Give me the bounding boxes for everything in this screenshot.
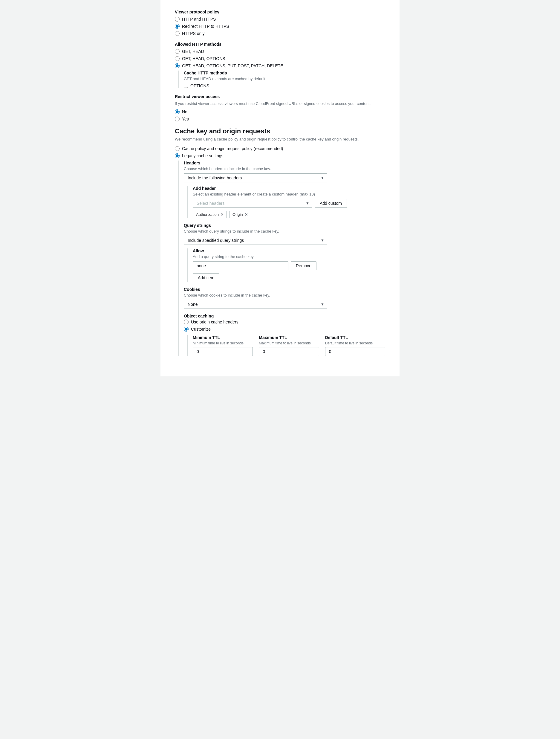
cookies-helper: Choose which cookies to include in the c…: [184, 293, 385, 297]
authorization-tag: Authorization ✕: [193, 211, 227, 218]
allowed-all-methods-radio[interactable]: [175, 63, 180, 68]
legacy-cache-radio[interactable]: [175, 153, 180, 158]
restrict-yes[interactable]: Yes: [175, 117, 385, 121]
cache-key-title: Cache key and origin requests: [175, 127, 385, 135]
headers-select[interactable]: Include the following headers None All v…: [184, 173, 327, 182]
cache-policy-option[interactable]: Cache policy and origin request policy (…: [175, 146, 385, 151]
use-origin-option[interactable]: Use origin cache headers: [184, 320, 385, 324]
viewer-protocol-title: Viewer protocol policy: [175, 10, 385, 14]
default-ttl-input[interactable]: [325, 347, 385, 356]
viewer-protocol-https-only-radio[interactable]: [175, 31, 180, 36]
restrict-viewer-radio-group: No Yes: [175, 110, 385, 121]
restrict-viewer-title: Restrict viewer access: [175, 94, 385, 99]
cache-key-section: Cache key and origin requests We recomme…: [175, 127, 385, 356]
minimum-ttl-input[interactable]: [193, 347, 253, 356]
add-header-subsection: Add header Select an existing header ele…: [187, 186, 385, 218]
legacy-cache-option[interactable]: Legacy cache settings: [175, 153, 385, 158]
minimum-ttl-item: Minimum TTL Minimum time to live in seco…: [193, 335, 253, 356]
cache-http-title: Cache HTTP methods: [184, 70, 385, 75]
maximum-ttl-input[interactable]: [259, 347, 319, 356]
ttl-grid: Minimum TTL Minimum time to live in seco…: [193, 335, 385, 356]
query-row: Remove: [193, 261, 385, 270]
add-header-description: Select an existing header element or cre…: [193, 192, 385, 196]
add-custom-button[interactable]: Add custom: [315, 199, 347, 208]
default-ttl-label: Default TTL: [325, 335, 385, 340]
cookies-select-wrapper: None Include all Include specified cooki…: [184, 300, 327, 309]
minimum-ttl-label: Minimum TTL: [193, 335, 253, 340]
query-strings-helper: Choose which query strings to include in…: [184, 229, 385, 234]
allowed-http-title: Allowed HTTP methods: [175, 42, 385, 47]
origin-tag-label: Origin: [232, 212, 243, 217]
allowed-get-head-options-label: GET, HEAD, OPTIONS: [182, 56, 225, 61]
authorization-tag-remove[interactable]: ✕: [220, 213, 223, 216]
allowed-all-methods-label: GET, HEAD, OPTIONS, PUT, POST, PATCH, DE…: [182, 63, 283, 68]
options-checkbox[interactable]: [184, 84, 188, 88]
maximum-ttl-label: Maximum TTL: [259, 335, 319, 340]
allow-description: Add a query string to the cache key.: [193, 254, 385, 259]
cache-key-description: We recommend using a cache policy and or…: [175, 137, 385, 141]
header-tags-row: Authorization ✕ Origin ✕: [193, 211, 385, 218]
origin-tag-remove[interactable]: ✕: [245, 213, 248, 216]
query-strings-select[interactable]: Include specified query strings None All: [184, 236, 327, 245]
viewer-protocol-https-only-label: HTTPS only: [182, 31, 204, 36]
use-origin-radio[interactable]: [184, 320, 189, 324]
allowed-http-radio-group: GET, HEAD GET, HEAD, OPTIONS GET, HEAD, …: [175, 49, 385, 68]
options-label: OPTIONS: [190, 84, 209, 88]
customize-radio[interactable]: [184, 327, 189, 331]
customize-label: Customize: [191, 327, 211, 331]
viewer-protocol-http-https-radio[interactable]: [175, 17, 180, 21]
authorization-tag-label: Authorization: [196, 212, 219, 217]
legacy-cache-subsection: Headers Choose which headers to include …: [178, 161, 385, 356]
options-checkbox-item[interactable]: OPTIONS: [184, 84, 385, 88]
allowed-get-head-options-radio[interactable]: [175, 56, 180, 61]
cookies-title: Cookies: [184, 287, 385, 292]
customize-option[interactable]: Customize: [184, 327, 385, 331]
restrict-no-radio[interactable]: [175, 110, 180, 114]
object-caching-title: Object caching: [184, 314, 385, 318]
use-origin-label: Use origin cache headers: [191, 320, 238, 324]
headers-title: Headers: [184, 161, 385, 165]
cache-policy-radio[interactable]: [175, 146, 180, 151]
allowed-all-methods[interactable]: GET, HEAD, OPTIONS, PUT, POST, PATCH, DE…: [175, 63, 385, 68]
viewer-protocol-http-https-label: HTTP and HTTPS: [182, 17, 216, 21]
headers-section: Headers Choose which headers to include …: [184, 161, 385, 218]
header-select[interactable]: Select headers Authorization Origin Acce…: [193, 199, 312, 208]
default-ttl-item: Default TTL Default time to live in seco…: [325, 335, 385, 356]
legacy-cache-label: Legacy cache settings: [182, 153, 223, 158]
query-string-input[interactable]: [193, 261, 289, 270]
allowed-get-head-label: GET, HEAD: [182, 49, 204, 54]
viewer-protocol-section: Viewer protocol policy HTTP and HTTPS Re…: [175, 10, 385, 36]
allowed-get-head[interactable]: GET, HEAD: [175, 49, 385, 54]
cache-policy-label: Cache policy and origin request policy (…: [182, 146, 283, 151]
ttl-subsection: Minimum TTL Minimum time to live in seco…: [187, 335, 385, 356]
viewer-protocol-redirect-label: Redirect HTTP to HTTPS: [182, 24, 229, 29]
origin-tag: Origin ✕: [229, 211, 251, 218]
allowed-get-head-radio[interactable]: [175, 49, 180, 54]
allow-title: Allow: [193, 249, 385, 253]
cookies-select[interactable]: None Include all Include specified cooki…: [184, 300, 327, 309]
query-strings-section: Query strings Choose which query strings…: [184, 223, 385, 282]
viewer-protocol-redirect[interactable]: Redirect HTTP to HTTPS: [175, 24, 385, 29]
viewer-protocol-radio-group: HTTP and HTTPS Redirect HTTP to HTTPS HT…: [175, 17, 385, 36]
viewer-protocol-https-only[interactable]: HTTPS only: [175, 31, 385, 36]
cache-http-subsection: Cache HTTP methods GET and HEAD methods …: [178, 70, 385, 88]
object-caching-radio-group: Use origin cache headers Customize: [184, 320, 385, 331]
maximum-ttl-item: Maximum TTL Maximum time to live in seco…: [259, 335, 319, 356]
header-select-wrapper: Select headers Authorization Origin Acce…: [193, 199, 312, 208]
restrict-viewer-description: If you restrict viewer access, viewers m…: [175, 101, 385, 106]
cache-key-radio-group: Cache policy and origin request policy (…: [175, 146, 385, 158]
viewer-protocol-http-https[interactable]: HTTP and HTTPS: [175, 17, 385, 21]
allowed-get-head-options[interactable]: GET, HEAD, OPTIONS: [175, 56, 385, 61]
allowed-http-section: Allowed HTTP methods GET, HEAD GET, HEAD…: [175, 42, 385, 88]
add-item-button[interactable]: Add item: [193, 273, 219, 282]
cookies-section: Cookies Choose which cookies to include …: [184, 287, 385, 309]
add-header-title: Add header: [193, 186, 385, 191]
cache-http-description: GET and HEAD methods are cached by defau…: [184, 77, 385, 81]
restrict-no[interactable]: No: [175, 110, 385, 114]
viewer-protocol-redirect-radio[interactable]: [175, 24, 180, 29]
remove-button[interactable]: Remove: [291, 261, 317, 270]
minimum-ttl-helper: Minimum time to live in seconds.: [193, 341, 253, 345]
query-strings-select-wrapper: Include specified query strings None All…: [184, 236, 327, 245]
add-header-input-row: Select headers Authorization Origin Acce…: [193, 199, 385, 208]
restrict-yes-radio[interactable]: [175, 117, 180, 121]
